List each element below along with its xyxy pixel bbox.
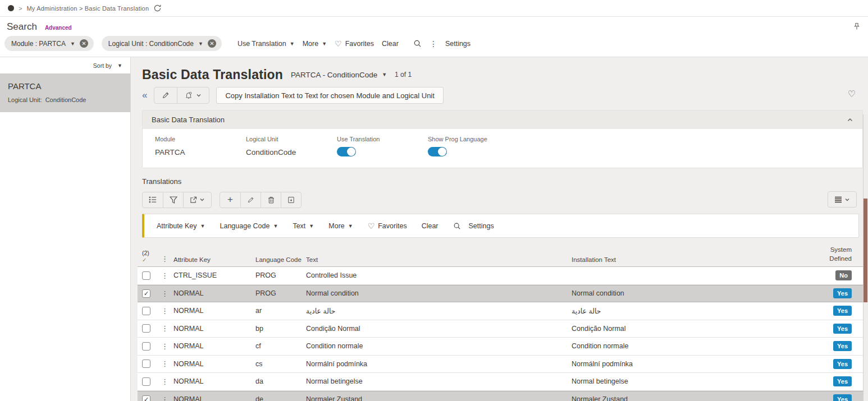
cell-text[interactable]: Normal betingelse	[306, 377, 572, 385]
card-header[interactable]: Basic Data Translation	[143, 110, 862, 129]
language-code-filter-menu[interactable]: Language Code▼	[220, 222, 278, 230]
chevron-down-icon[interactable]: ▼	[198, 41, 203, 47]
row-kebab-icon[interactable]: ⋮	[161, 324, 173, 333]
cell-language-code[interactable]: bp	[255, 325, 306, 333]
cell-text[interactable]: Normaler Zustand	[306, 395, 572, 401]
column-header-language-code[interactable]: Language Code	[255, 256, 306, 263]
favorite-page-icon[interactable]: ♡	[848, 89, 856, 99]
row-kebab-icon[interactable]: ⋮	[161, 342, 173, 351]
cell-installation-text[interactable]: حالة عادية	[572, 307, 816, 315]
row-checkbox[interactable]	[142, 324, 150, 333]
favorites-button[interactable]: ♡ Favorites	[335, 39, 374, 48]
table-row[interactable]: ✓ ⋮ NORMAL PROG Normal condition Normal …	[138, 285, 863, 303]
use-translation-toggle[interactable]	[337, 147, 356, 156]
filter-chip-module[interactable]: Module : PARTCA ▼ ✕	[4, 36, 94, 51]
column-header-installation-text[interactable]: Installation Text	[572, 256, 816, 263]
more-filter-menu[interactable]: More▼	[328, 222, 353, 230]
settings-button[interactable]: Settings	[445, 40, 470, 48]
cell-attribute-key[interactable]: NORMAL	[173, 307, 255, 315]
cell-attribute-key[interactable]: NORMAL	[173, 342, 255, 350]
cell-attribute-key[interactable]: CTRL_ISSUE	[173, 271, 255, 279]
column-header-system-defined[interactable]: System Defined	[816, 246, 852, 263]
table-row[interactable]: ⋮ NORMAL cf Condition normale Condition …	[138, 338, 863, 356]
cell-text[interactable]: Controlled Issue	[306, 271, 572, 279]
cell-text[interactable]: Normal condition	[306, 289, 572, 297]
pin-icon[interactable]	[853, 22, 860, 30]
filter-chip-logical-unit[interactable]: Logical Unit : ConditionCode ▼ ✕	[102, 36, 222, 51]
cell-language-code[interactable]: cs	[255, 360, 306, 368]
duplicate-row-button[interactable]	[281, 192, 301, 208]
cell-installation-text[interactable]: Normal betingelse	[572, 377, 816, 385]
row-kebab-icon[interactable]: ⋮	[161, 377, 173, 386]
edit-button[interactable]	[154, 87, 177, 103]
export-menu-button[interactable]	[183, 192, 211, 208]
cell-installation-text[interactable]: Condition normale	[572, 342, 816, 350]
row-checkbox[interactable]	[142, 377, 150, 386]
chevron-up-icon[interactable]	[847, 117, 853, 123]
row-kebab-icon[interactable]: ⋮	[161, 289, 173, 298]
row-checkbox[interactable]	[142, 271, 150, 280]
record-list-item-partca[interactable]: PARTCA Logical Unit: ConditionCode	[0, 73, 130, 112]
cell-installation-text[interactable]: Normaler Zustand	[572, 395, 816, 401]
show-prog-language-toggle[interactable]	[428, 147, 447, 156]
cell-attribute-key[interactable]: NORMAL	[173, 325, 255, 333]
cell-attribute-key[interactable]: NORMAL	[173, 289, 255, 297]
more-menu[interactable]: More▼	[303, 40, 327, 48]
row-kebab-icon[interactable]: ⋮	[161, 395, 173, 401]
chevron-down-icon[interactable]: ▼	[70, 41, 75, 47]
vertical-scrollbar[interactable]	[863, 114, 868, 401]
cell-language-code[interactable]: ar	[255, 307, 306, 315]
cell-attribute-key[interactable]: NORMAL	[173, 377, 255, 385]
table-row[interactable]: ✓ ⋮ NORMAL de Normaler Zustand Normaler …	[138, 391, 863, 401]
row-checkbox[interactable]	[142, 307, 150, 315]
table-row[interactable]: ⋮ NORMAL ar حالة عادية حالة عادية Yes	[138, 302, 863, 320]
cell-language-code[interactable]: de	[255, 395, 306, 401]
select-all-control[interactable]: (2) ✓	[142, 250, 161, 263]
collapse-sidebar-icon[interactable]: «	[142, 90, 147, 101]
clear-button[interactable]: Clear	[422, 222, 438, 230]
cell-attribute-key[interactable]: NORMAL	[173, 360, 255, 368]
row-checkbox[interactable]	[142, 359, 150, 368]
cell-language-code[interactable]: PROG	[255, 271, 306, 279]
edit-row-button[interactable]	[240, 192, 261, 208]
text-filter-menu[interactable]: Text▼	[293, 222, 314, 230]
table-row[interactable]: ⋮ NORMAL cs Normální podmínka Normální p…	[138, 356, 863, 374]
home-icon[interactable]	[8, 5, 14, 11]
table-row[interactable]: ⋮ CTRL_ISSUE PROG Controlled Issue No	[138, 267, 863, 285]
cell-text[interactable]: Normální podmínka	[306, 360, 572, 368]
sort-by-dropdown[interactable]: Sort by▼	[0, 57, 130, 73]
search-icon[interactable]	[413, 39, 422, 48]
add-row-button[interactable]: +	[220, 192, 240, 208]
cell-installation-text[interactable]: Normal condition	[572, 289, 816, 297]
cell-installation-text[interactable]: Condição Normal	[572, 325, 816, 333]
multi-select-icon[interactable]	[143, 192, 163, 208]
column-header-text[interactable]: Text	[306, 256, 572, 263]
copy-installation-text-button[interactable]: Copy Installation Text to Text for chose…	[216, 87, 443, 104]
cell-attribute-key[interactable]: NORMAL	[173, 395, 255, 401]
cell-language-code[interactable]: cf	[255, 342, 306, 350]
row-checkbox[interactable]: ✓	[142, 395, 150, 401]
clear-button[interactable]: Clear	[382, 40, 399, 48]
refresh-icon[interactable]	[153, 4, 162, 12]
cell-language-code[interactable]: da	[255, 377, 306, 385]
delete-row-button[interactable]	[261, 192, 281, 208]
row-kebab-icon[interactable]: ⋮	[161, 359, 173, 368]
kebab-menu-icon[interactable]: ⋮	[430, 39, 437, 48]
table-row[interactable]: ⋮ NORMAL da Normal betingelse Normal bet…	[138, 373, 863, 391]
table-density-button[interactable]	[828, 192, 856, 207]
filter-icon[interactable]	[163, 192, 183, 208]
remove-filter-icon[interactable]: ✕	[80, 39, 88, 48]
cell-text[interactable]: Condition normale	[306, 342, 572, 350]
use-translation-menu[interactable]: Use Translation▼	[237, 40, 295, 48]
column-header-attribute-key[interactable]: Attribute Key	[173, 256, 255, 263]
favorites-button[interactable]: ♡ Favorites	[368, 222, 407, 231]
advanced-search-link[interactable]: Advanced	[45, 25, 72, 31]
cell-language-code[interactable]: PROG	[255, 289, 306, 297]
cell-installation-text[interactable]: Normální podmínka	[572, 360, 816, 368]
breadcrumb[interactable]: My Administration > Basic Data Translati…	[26, 5, 149, 12]
cell-text[interactable]: Condição Normal	[306, 325, 572, 333]
record-selector-dropdown[interactable]: PARTCA - ConditionCode▼	[291, 71, 387, 79]
row-kebab-icon[interactable]: ⋮	[161, 307, 173, 315]
remove-filter-icon[interactable]: ✕	[208, 39, 216, 48]
settings-button[interactable]: Settings	[469, 222, 494, 230]
